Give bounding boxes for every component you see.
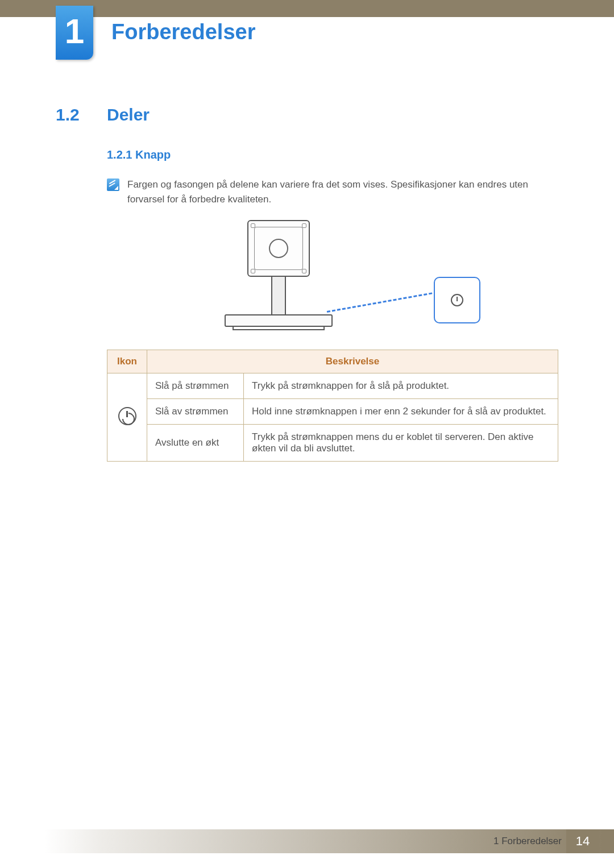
footer-chapter-label: 1 Forberedelser [493,829,562,853]
chapter-title: Forberedelser [111,20,255,44]
button-function-table: Ikon Beskrivelse Slå på strømmen Trykk p… [107,350,558,462]
table-desc: Trykk på strømknappen mens du er koblet … [244,425,558,462]
stand-neck [271,277,286,315]
callout-line [327,292,433,313]
page-number: 14 [566,829,599,853]
section-number: 1.2 [56,105,91,124]
section-title: Deler [107,105,150,124]
table-header-icon: Ikon [107,350,147,373]
table-desc: Hold inne strømknappen i mer enn 2 sekun… [244,399,558,425]
table-header-desc: Beskrivelse [147,350,558,373]
note-text: Fargen og fasongen på delene kan variere… [127,177,558,206]
table-desc: Trykk på strømknappen for å slå på produ… [244,373,558,399]
note: Fargen og fasongen på delene kan variere… [107,177,558,206]
product-illustration [185,220,480,334]
table-action: Avslutte en økt [147,425,244,462]
stand-head [247,220,310,277]
section-heading: 1.2 Deler [56,105,558,124]
power-button-callout [434,277,480,323]
table-action: Slå på strømmen [147,373,244,399]
stand-base [225,314,333,327]
subsection-heading: 1.2.1 Knapp [107,148,558,161]
table-icon-cell [107,373,147,462]
note-icon [107,178,119,191]
power-icon [118,407,136,425]
table-row: Slå av strømmen Hold inne strømknappen i… [107,399,558,425]
chapter-number-tab: 1 [56,6,93,60]
table-row: Avslutte en økt Trykk på strømknappen me… [107,425,558,462]
table-row: Slå på strømmen Trykk på strømknappen fo… [107,373,558,399]
table-action: Slå av strømmen [147,399,244,425]
power-icon [451,294,463,306]
page-content: 1.2 Deler 1.2.1 Knapp Fargen og fasongen… [56,105,558,462]
footer: 1 Forberedelser 14 [0,829,614,853]
